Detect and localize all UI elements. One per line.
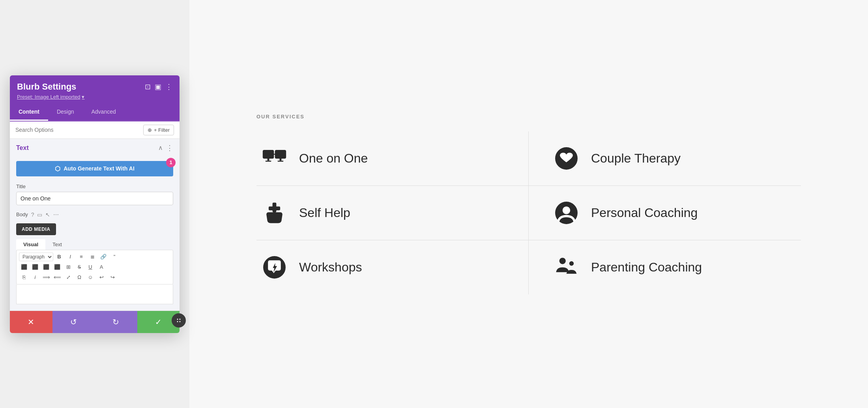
svg-rect-8	[267, 158, 269, 161]
panel-body: ⊕ + Filter Text ∧ ⋮	[10, 122, 180, 311]
filter-icon: ⊕	[148, 127, 152, 133]
svg-point-0	[177, 318, 178, 320]
blurb-settings-panel: Blurb Settings ⊡ ▣ ⋮ Preset: Image Left …	[10, 75, 180, 333]
align-left-btn[interactable]: ⬛	[19, 262, 29, 272]
settings-tabs: Content Design Advanced	[10, 104, 180, 122]
ol-btn[interactable]: ≣	[87, 252, 97, 262]
color-btn[interactable]: A	[96, 262, 107, 272]
rte-row-2: ⬛ ⬛ ⬛ ⬛ ⊞ S̶ U A	[19, 262, 170, 272]
svg-point-18	[562, 206, 570, 214]
svg-rect-4	[263, 150, 273, 158]
couple-therapy-icon	[552, 146, 580, 171]
svg-point-20	[559, 258, 565, 264]
editor-content[interactable]	[16, 284, 173, 304]
svg-point-3	[180, 321, 181, 322]
body-toolbar: Body ? ▭ ↖ ⋯	[10, 210, 180, 221]
tab-design[interactable]: Design	[48, 104, 83, 121]
service-name-one-on-one: One on One	[299, 151, 368, 166]
tab-advanced[interactable]: Advanced	[82, 104, 124, 121]
dots-icon[interactable]: ⋯	[53, 211, 59, 218]
paragraph-select[interactable]: Paragraph	[19, 253, 53, 261]
mobile-icon[interactable]: ▭	[37, 211, 42, 218]
quote-btn[interactable]: "	[109, 252, 120, 262]
redo-button[interactable]: ↻	[95, 311, 137, 333]
special-char-btn[interactable]: Ω	[74, 272, 84, 283]
search-input[interactable]	[15, 127, 139, 133]
service-item-workshops: Workshops	[256, 240, 529, 294]
service-item-parenting-coaching: Parenting Coaching	[529, 240, 801, 294]
undo-button[interactable]: ↺	[52, 311, 95, 333]
rte-toolbar: Paragraph B I ≡ ≣ 🔗 " ⬛	[16, 250, 173, 284]
editor-tabs: Visual Text	[10, 238, 180, 250]
ai-button-wrapper: ⬡ Auto Generate Text With AI 1	[10, 157, 180, 180]
svg-rect-16	[268, 206, 280, 210]
text-section: Text ∧ ⋮ ⬡ Auto Generate Text With AI	[10, 139, 180, 311]
align-right-btn[interactable]: ⬛	[41, 262, 51, 272]
more-icon[interactable]: ⋮	[165, 82, 172, 91]
service-item-personal-coaching: Personal Coaching	[529, 186, 801, 240]
cancel-button[interactable]: ✕	[10, 311, 52, 333]
resize-icon[interactable]: ⊡	[145, 82, 151, 91]
tab-content[interactable]: Content	[10, 104, 48, 121]
content-area: OUR SERVICES	[189, 0, 868, 408]
services-label: OUR SERVICES	[256, 114, 801, 120]
add-media-row: ADD MEDIA	[10, 221, 180, 238]
bold-btn[interactable]: B	[54, 252, 64, 262]
help-icon[interactable]: ?	[31, 211, 34, 218]
personal-coaching-icon	[552, 200, 580, 226]
collapse-icon[interactable]: ∧	[158, 144, 163, 152]
panel-title: Blurb Settings	[17, 82, 76, 92]
table-btn[interactable]: ⊞	[63, 262, 73, 272]
paste-text-btn[interactable]: ⎘	[19, 272, 29, 283]
section-controls: ∧ ⋮	[158, 144, 173, 152]
one-on-one-icon	[260, 146, 288, 171]
left-panel: Blurb Settings ⊡ ▣ ⋮ Preset: Image Left …	[0, 0, 189, 408]
fullscreen-btn[interactable]: ⤢	[63, 272, 73, 283]
emoji-btn[interactable]: ☺	[85, 272, 95, 283]
service-item-couple-therapy: Couple Therapy	[529, 131, 801, 186]
page-wrapper: Blurb Settings ⊡ ▣ ⋮ Preset: Image Left …	[0, 0, 868, 408]
title-input[interactable]	[16, 192, 173, 205]
cursor-icon[interactable]: ↖	[45, 211, 50, 218]
editor-tab-text[interactable]: Text	[45, 239, 69, 250]
redo2-btn[interactable]: ↪	[107, 272, 118, 283]
strikethrough-btn[interactable]: S̶	[74, 262, 84, 272]
service-name-couple-therapy: Couple Therapy	[591, 151, 681, 166]
align-justify-btn[interactable]: ⬛	[52, 262, 62, 272]
svg-rect-9	[279, 158, 281, 161]
italic2-btn[interactable]: i	[30, 272, 40, 283]
indent-btn[interactable]: ⟹	[41, 272, 51, 283]
service-name-personal-coaching: Personal Coaching	[591, 206, 698, 220]
services-section: OUR SERVICES	[233, 98, 825, 310]
service-name-self-help: Self Help	[299, 206, 350, 220]
title-label: Title	[16, 183, 173, 189]
action-buttons: ✕ ↺ ↻ ✓	[10, 311, 180, 333]
text-section-title: Text	[16, 144, 29, 152]
panel-header: Blurb Settings ⊡ ▣ ⋮ Preset: Image Left …	[10, 75, 180, 104]
ai-generate-button[interactable]: ⬡ Auto Generate Text With AI	[16, 161, 173, 176]
workshops-icon	[260, 255, 288, 280]
layout-icon[interactable]: ▣	[155, 82, 161, 91]
header-icons: ⊡ ▣ ⋮	[145, 82, 172, 91]
service-name-workshops: Workshops	[299, 260, 362, 275]
body-label: Body	[16, 211, 28, 217]
svg-point-21	[569, 261, 573, 266]
parenting-coaching-icon	[552, 255, 580, 280]
outdent-btn[interactable]: ⟸	[52, 272, 62, 283]
underline-btn[interactable]: U	[85, 262, 95, 272]
preset-label: Preset: Image Left imported ▾	[17, 94, 172, 100]
undo2-btn[interactable]: ↩	[96, 272, 107, 283]
title-field-group: Title	[10, 180, 180, 210]
drag-handle[interactable]	[172, 313, 186, 328]
align-center-btn[interactable]: ⬛	[30, 262, 40, 272]
ul-btn[interactable]: ≡	[76, 252, 86, 262]
svg-point-1	[180, 318, 181, 320]
section-more-icon[interactable]: ⋮	[166, 144, 173, 152]
editor-tab-visual[interactable]: Visual	[16, 239, 45, 250]
service-item-self-help: Self Help	[256, 186, 529, 240]
add-media-button[interactable]: ADD MEDIA	[16, 223, 56, 235]
link-btn[interactable]: 🔗	[98, 252, 108, 262]
filter-button[interactable]: ⊕ + Filter	[143, 125, 174, 135]
italic-btn[interactable]: I	[65, 252, 75, 262]
rte-row-1: Paragraph B I ≡ ≣ 🔗 "	[19, 252, 170, 262]
